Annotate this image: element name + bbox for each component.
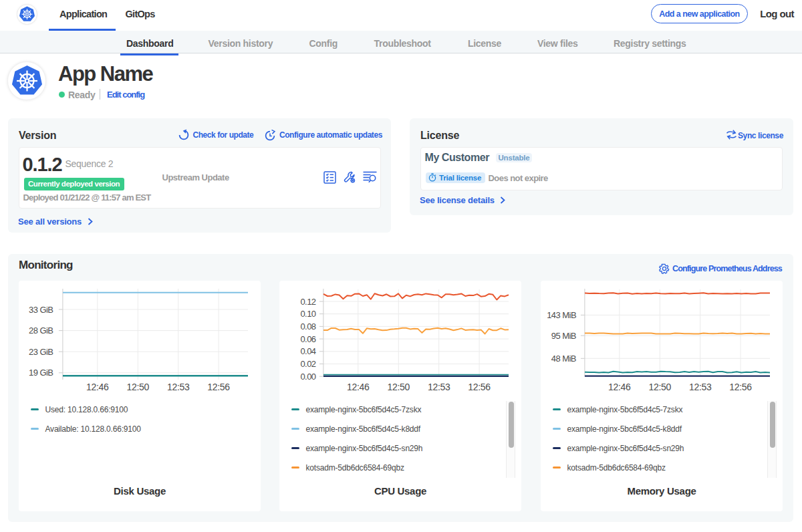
svg-text:12:46: 12:46: [347, 382, 370, 392]
svg-text:0.12: 0.12: [300, 297, 315, 307]
svg-text:48 MiB: 48 MiB: [551, 354, 576, 364]
svg-text:0.06: 0.06: [300, 334, 315, 344]
svg-text:23 GiB: 23 GiB: [29, 347, 53, 357]
svg-text:19 GiB: 19 GiB: [29, 368, 53, 378]
svg-text:143 MiB: 143 MiB: [547, 310, 576, 320]
svg-text:12:56: 12:56: [468, 382, 491, 392]
svg-text:12:46: 12:46: [86, 382, 109, 392]
svg-text:12:50: 12:50: [388, 382, 410, 392]
svg-text:0.08: 0.08: [300, 321, 315, 331]
svg-text:33 GiB: 33 GiB: [29, 305, 53, 315]
svg-text:0.10: 0.10: [300, 309, 315, 319]
svg-text:12:56: 12:56: [207, 382, 230, 392]
svg-text:28 GiB: 28 GiB: [29, 325, 53, 336]
svg-text:0.00: 0.00: [300, 372, 315, 382]
svg-text:12:50: 12:50: [127, 382, 150, 392]
svg-text:12:53: 12:53: [689, 382, 712, 392]
svg-text:12:53: 12:53: [428, 382, 450, 392]
svg-text:0.02: 0.02: [300, 359, 315, 369]
svg-text:12:56: 12:56: [729, 382, 752, 392]
svg-text:12:50: 12:50: [649, 382, 672, 392]
svg-text:12:46: 12:46: [608, 382, 631, 392]
svg-text:0.04: 0.04: [300, 346, 315, 356]
svg-text:12:53: 12:53: [167, 382, 190, 392]
svg-text:95 MiB: 95 MiB: [551, 331, 576, 341]
